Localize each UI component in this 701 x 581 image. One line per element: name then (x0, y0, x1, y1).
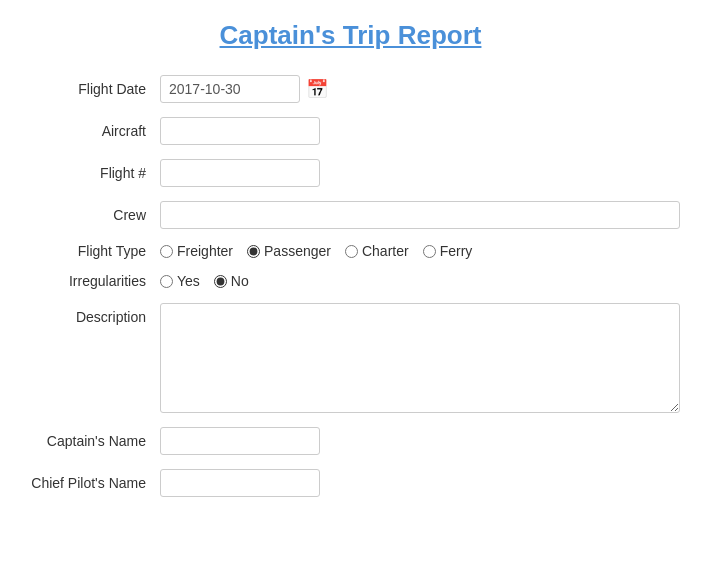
flight-date-label: Flight Date (20, 81, 160, 97)
trip-report-form: Flight Date 📅 Aircraft Flight # Crew Fli… (20, 75, 681, 497)
flight-type-freighter-radio[interactable] (160, 245, 173, 258)
aircraft-input[interactable] (160, 117, 320, 145)
flight-type-charter[interactable]: Charter (345, 243, 409, 259)
captain-name-label: Captain's Name (20, 433, 160, 449)
captain-name-row: Captain's Name (20, 427, 681, 455)
chief-pilot-row: Chief Pilot's Name (20, 469, 681, 497)
flight-type-passenger-label: Passenger (264, 243, 331, 259)
description-label: Description (20, 303, 160, 325)
flight-type-charter-label: Charter (362, 243, 409, 259)
flight-date-row: Flight Date 📅 (20, 75, 681, 103)
irregularities-row: Irregularities Yes No (20, 273, 681, 289)
flight-type-label: Flight Type (20, 243, 160, 259)
flight-type-freighter[interactable]: Freighter (160, 243, 233, 259)
flight-type-ferry[interactable]: Ferry (423, 243, 473, 259)
flight-number-row: Flight # (20, 159, 681, 187)
crew-label: Crew (20, 207, 160, 223)
description-row: Description (20, 303, 681, 413)
aircraft-row: Aircraft (20, 117, 681, 145)
flight-type-charter-radio[interactable] (345, 245, 358, 258)
aircraft-label: Aircraft (20, 123, 160, 139)
irregularities-no-radio[interactable] (214, 275, 227, 288)
page-title: Captain's Trip Report (20, 10, 681, 51)
flight-type-ferry-radio[interactable] (423, 245, 436, 258)
date-wrapper: 📅 (160, 75, 328, 103)
irregularities-options: Yes No (160, 273, 249, 289)
flight-type-ferry-label: Ferry (440, 243, 473, 259)
flight-type-passenger-radio[interactable] (247, 245, 260, 258)
flight-date-input[interactable] (160, 75, 300, 103)
irregularities-no-label: No (231, 273, 249, 289)
flight-type-row: Flight Type Freighter Passenger Charter … (20, 243, 681, 259)
irregularities-yes-label: Yes (177, 273, 200, 289)
captain-name-input[interactable] (160, 427, 320, 455)
irregularities-no[interactable]: No (214, 273, 249, 289)
flight-type-passenger[interactable]: Passenger (247, 243, 331, 259)
chief-pilot-input[interactable] (160, 469, 320, 497)
irregularities-yes[interactable]: Yes (160, 273, 200, 289)
crew-input[interactable] (160, 201, 680, 229)
description-textarea[interactable] (160, 303, 680, 413)
calendar-icon[interactable]: 📅 (306, 78, 328, 100)
crew-row: Crew (20, 201, 681, 229)
flight-type-options: Freighter Passenger Charter Ferry (160, 243, 472, 259)
chief-pilot-label: Chief Pilot's Name (20, 475, 160, 491)
flight-number-label: Flight # (20, 165, 160, 181)
irregularities-label: Irregularities (20, 273, 160, 289)
flight-type-freighter-label: Freighter (177, 243, 233, 259)
irregularities-yes-radio[interactable] (160, 275, 173, 288)
flight-number-input[interactable] (160, 159, 320, 187)
